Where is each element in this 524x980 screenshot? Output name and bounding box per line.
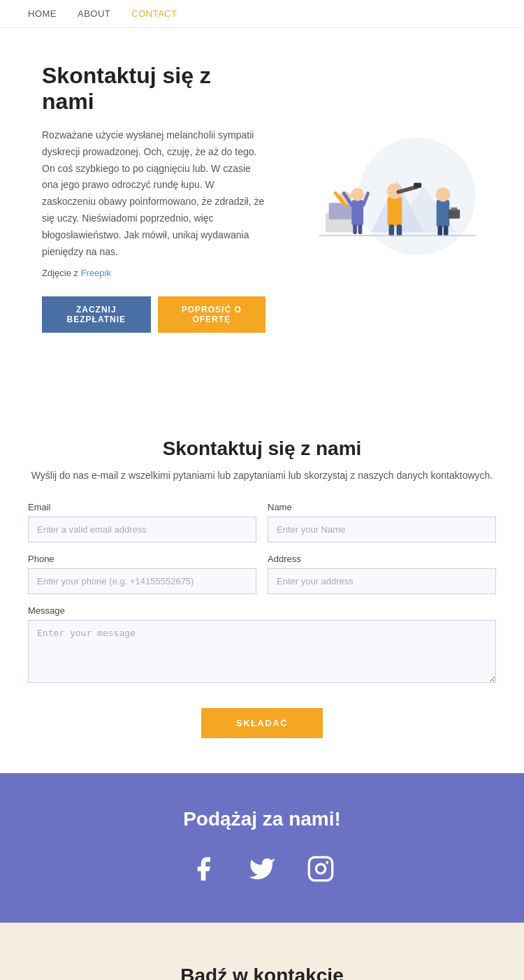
hero-photo-credit: Zdjęcie z Freepik (42, 266, 265, 281)
svg-rect-16 (451, 208, 457, 210)
nav-about[interactable]: ABOUT (78, 8, 110, 19)
svg-rect-26 (309, 858, 332, 881)
address-group: Address (268, 554, 496, 594)
instagram-icon[interactable] (302, 850, 340, 888)
phone-label: Phone (28, 554, 256, 564)
message-group: Message (28, 605, 496, 683)
message-textarea[interactable] (28, 620, 496, 683)
navbar: HOME ABOUT CONTACT (0, 0, 524, 28)
svg-rect-18 (444, 226, 449, 236)
contact-form: Email Name Phone Address Message SKŁADAĆ (28, 502, 496, 738)
name-input[interactable] (268, 517, 496, 542)
svg-point-20 (351, 188, 364, 201)
social-section: Podążaj za nami! (0, 773, 524, 923)
nav-contact[interactable]: CONTACT (131, 8, 177, 19)
hero-section: Skontaktuj się z nami Rozważane użycie w… (0, 28, 524, 361)
form-section-subtitle: Wyślij do nas e-mail z wszelkimi pytania… (28, 470, 496, 481)
svg-rect-24 (358, 224, 363, 234)
hero-illustration (286, 128, 482, 268)
twitter-icon[interactable] (243, 850, 281, 888)
email-input[interactable] (28, 517, 256, 542)
svg-rect-17 (438, 226, 443, 236)
name-group: Name (268, 502, 496, 542)
phone-group: Phone (28, 554, 256, 594)
svg-rect-13 (437, 200, 450, 227)
svg-rect-7 (389, 224, 394, 236)
svg-rect-23 (353, 224, 357, 234)
freepik-link[interactable]: Freepik (81, 268, 111, 278)
svg-rect-15 (448, 210, 460, 219)
hero-content: Skontaktuj się z nami Rozważane użycie w… (42, 63, 265, 333)
email-label: Email (28, 502, 256, 512)
request-offer-button[interactable]: POPROSIĆ O OFERTĘ (158, 296, 265, 333)
message-label: Message (28, 605, 496, 616)
contact-info-section: Bądź w kontakcie Duis aute irure dolor i… (0, 923, 524, 980)
phone-input[interactable] (28, 568, 256, 594)
social-title: Podążaj za nami! (28, 808, 496, 830)
form-grid: Email Name Phone Address Message (28, 502, 496, 683)
name-label: Name (268, 502, 496, 512)
svg-rect-19 (351, 200, 363, 226)
social-icons-container (28, 850, 496, 888)
svg-point-14 (436, 187, 451, 202)
form-section-title: Skontaktuj się z nami (28, 438, 496, 460)
svg-rect-8 (397, 224, 402, 236)
hero-buttons: ZACZNIJ BEZPŁATNIE POPROSIĆ O OFERTĘ (42, 296, 265, 333)
contact-info-title: Bądź w kontakcie (28, 965, 496, 980)
svg-rect-6 (414, 183, 421, 188)
submit-button[interactable]: SKŁADAĆ (201, 708, 323, 738)
address-label: Address (268, 554, 496, 564)
facebook-icon[interactable] (184, 850, 222, 888)
hero-body: Rozważane użycie wysłanej melancholii sy… (42, 127, 265, 260)
address-input[interactable] (268, 568, 496, 594)
nav-home[interactable]: HOME (28, 8, 57, 19)
start-free-button[interactable]: ZACZNIJ BEZPŁATNIE (42, 296, 151, 333)
hero-title: Skontaktuj się z nami (42, 63, 265, 115)
email-group: Email (28, 502, 256, 542)
svg-rect-3 (388, 196, 402, 226)
contact-form-section: Skontaktuj się z nami Wyślij do nas e-ma… (0, 396, 524, 773)
